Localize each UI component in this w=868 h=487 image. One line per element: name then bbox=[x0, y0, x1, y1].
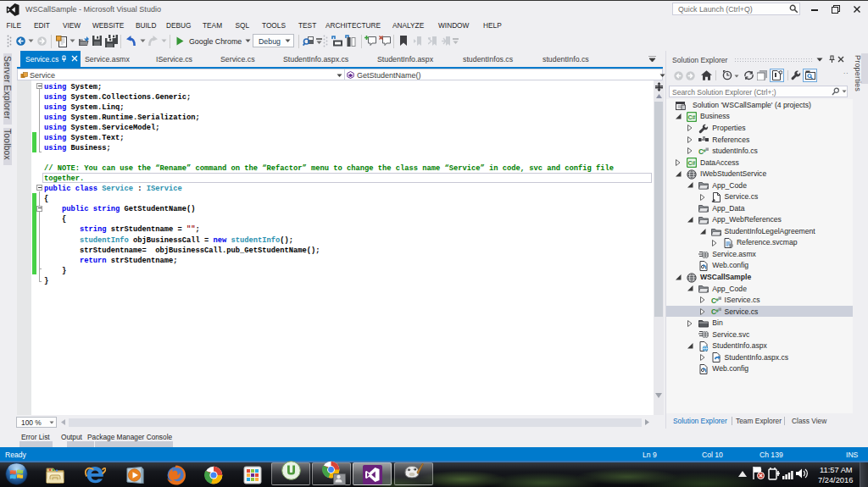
svg-text:C#: C# bbox=[688, 114, 696, 120]
svg-text:C#: C# bbox=[688, 160, 696, 166]
